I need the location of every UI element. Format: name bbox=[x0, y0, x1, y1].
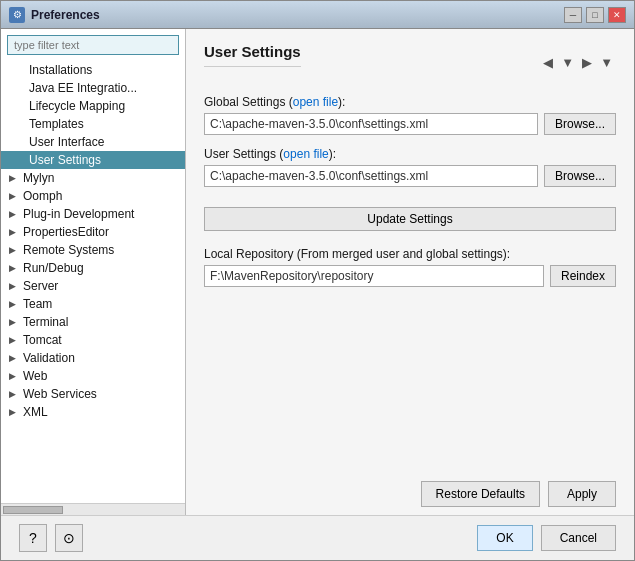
restore-defaults-button[interactable]: Restore Defaults bbox=[421, 481, 540, 507]
window-icon: ⚙ bbox=[9, 7, 25, 23]
global-settings-link[interactable]: open file bbox=[293, 95, 338, 109]
item-label: Team bbox=[23, 297, 52, 311]
arrow-icon: ▶ bbox=[9, 227, 19, 237]
sidebar-item-tomcat[interactable]: ▶ Tomcat bbox=[1, 331, 185, 349]
sidebar-item-validation[interactable]: ▶ Validation bbox=[1, 349, 185, 367]
nav-arrows: ◀ ▼ ▶ ▼ bbox=[540, 54, 616, 71]
local-repo-input[interactable] bbox=[204, 265, 544, 287]
item-label: Templates bbox=[29, 117, 84, 131]
search-input[interactable] bbox=[7, 35, 179, 55]
arrow-icon: ▶ bbox=[9, 407, 19, 417]
local-repo-label: Local Repository (From merged user and g… bbox=[204, 247, 616, 261]
cancel-button[interactable]: Cancel bbox=[541, 525, 616, 551]
user-settings-input-row: Browse... bbox=[204, 165, 616, 187]
item-label: Mylyn bbox=[23, 171, 54, 185]
item-label: Web Services bbox=[23, 387, 97, 401]
apply-button[interactable]: Apply bbox=[548, 481, 616, 507]
user-settings-input[interactable] bbox=[204, 165, 538, 187]
tree-area: Installations Java EE Integratio... Life… bbox=[1, 61, 185, 503]
update-settings-button[interactable]: Update Settings bbox=[204, 207, 616, 231]
nav-forward-button[interactable]: ▶ bbox=[579, 54, 595, 71]
sidebar-item-server[interactable]: ▶ Server bbox=[1, 277, 185, 295]
item-label: PropertiesEditor bbox=[23, 225, 109, 239]
bottom-left-buttons: ? ⊙ bbox=[19, 524, 83, 552]
arrow-icon: ▶ bbox=[9, 317, 19, 327]
preferences-window: ⚙ Preferences ─ □ ✕ Installations Java E… bbox=[0, 0, 635, 561]
sidebar-item-installations[interactable]: Installations bbox=[1, 61, 185, 79]
sidebar-item-lifecycle-mapping[interactable]: Lifecycle Mapping bbox=[1, 97, 185, 115]
arrow-icon: ▶ bbox=[9, 371, 19, 381]
item-label: Validation bbox=[23, 351, 75, 365]
sidebar-item-run-debug[interactable]: ▶ Run/Debug bbox=[1, 259, 185, 277]
page-title: User Settings bbox=[204, 43, 301, 67]
item-label: Tomcat bbox=[23, 333, 62, 347]
sidebar-scrollbar[interactable] bbox=[1, 503, 185, 515]
section-footer-buttons: Restore Defaults Apply bbox=[204, 481, 616, 507]
sidebar-item-templates[interactable]: Templates bbox=[1, 115, 185, 133]
local-repo-section: Local Repository (From merged user and g… bbox=[204, 247, 616, 287]
sidebar-item-mylyn[interactable]: ▶ Mylyn bbox=[1, 169, 185, 187]
nav-back-button[interactable]: ◀ bbox=[540, 54, 556, 71]
minimize-button[interactable]: ─ bbox=[564, 7, 582, 23]
item-label: Plug-in Development bbox=[23, 207, 134, 221]
title-buttons: ─ □ ✕ bbox=[564, 7, 626, 23]
main-panel: User Settings ◀ ▼ ▶ ▼ Global Settings (o… bbox=[186, 29, 634, 515]
arrow-icon: ▶ bbox=[9, 209, 19, 219]
user-settings-link[interactable]: open file bbox=[283, 147, 328, 161]
sidebar-item-web[interactable]: ▶ Web bbox=[1, 367, 185, 385]
item-label: Oomph bbox=[23, 189, 62, 203]
arrow-icon: ▶ bbox=[9, 299, 19, 309]
spacer bbox=[204, 299, 616, 473]
content-area: Installations Java EE Integratio... Life… bbox=[1, 29, 634, 515]
arrow-icon: ▶ bbox=[9, 245, 19, 255]
sidebar-item-terminal[interactable]: ▶ Terminal bbox=[1, 313, 185, 331]
global-settings-input[interactable] bbox=[204, 113, 538, 135]
reindex-button[interactable]: Reindex bbox=[550, 265, 616, 287]
user-settings-label: User Settings (open file): bbox=[204, 147, 616, 161]
arrow-icon: ▶ bbox=[9, 263, 19, 273]
item-label: Web bbox=[23, 369, 47, 383]
global-browse-button[interactable]: Browse... bbox=[544, 113, 616, 135]
sidebar-item-xml[interactable]: ▶ XML bbox=[1, 403, 185, 421]
link-icon: ⊙ bbox=[63, 530, 75, 546]
bottom-bar: ? ⊙ OK Cancel bbox=[1, 515, 634, 560]
item-label: User Interface bbox=[29, 135, 104, 149]
sidebar-item-team[interactable]: ▶ Team bbox=[1, 295, 185, 313]
window-title: Preferences bbox=[31, 8, 100, 22]
global-settings-section: Global Settings (open file): Browse... bbox=[204, 95, 616, 135]
item-label: Terminal bbox=[23, 315, 68, 329]
sidebar-item-properties-editor[interactable]: ▶ PropertiesEditor bbox=[1, 223, 185, 241]
sidebar-item-oomph[interactable]: ▶ Oomph bbox=[1, 187, 185, 205]
nav-dropdown-button[interactable]: ▼ bbox=[558, 54, 577, 71]
item-label: Server bbox=[23, 279, 58, 293]
arrow-icon: ▶ bbox=[9, 335, 19, 345]
arrow-icon: ▶ bbox=[9, 353, 19, 363]
user-browse-button[interactable]: Browse... bbox=[544, 165, 616, 187]
global-settings-label: Global Settings (open file): bbox=[204, 95, 616, 109]
local-repo-input-row: Reindex bbox=[204, 265, 616, 287]
item-label: XML bbox=[23, 405, 48, 419]
sidebar-item-remote-systems[interactable]: ▶ Remote Systems bbox=[1, 241, 185, 259]
arrow-icon: ▶ bbox=[9, 389, 19, 399]
scroll-thumb[interactable] bbox=[3, 506, 63, 514]
sidebar-item-java-ee-integration[interactable]: Java EE Integratio... bbox=[1, 79, 185, 97]
arrow-icon: ▶ bbox=[9, 173, 19, 183]
link-button[interactable]: ⊙ bbox=[55, 524, 83, 552]
sidebar-item-plugin-development[interactable]: ▶ Plug-in Development bbox=[1, 205, 185, 223]
maximize-button[interactable]: □ bbox=[586, 7, 604, 23]
sidebar: Installations Java EE Integratio... Life… bbox=[1, 29, 186, 515]
item-label: Installations bbox=[29, 63, 92, 77]
main-header: User Settings ◀ ▼ ▶ ▼ bbox=[204, 43, 616, 81]
item-label: Lifecycle Mapping bbox=[29, 99, 125, 113]
sidebar-item-web-services[interactable]: ▶ Web Services bbox=[1, 385, 185, 403]
nav-forward-dropdown-button[interactable]: ▼ bbox=[597, 54, 616, 71]
title-bar-left: ⚙ Preferences bbox=[9, 7, 100, 23]
ok-button[interactable]: OK bbox=[477, 525, 532, 551]
item-label: User Settings bbox=[29, 153, 101, 167]
sidebar-item-user-settings[interactable]: User Settings bbox=[1, 151, 185, 169]
close-button[interactable]: ✕ bbox=[608, 7, 626, 23]
item-label: Java EE Integratio... bbox=[29, 81, 137, 95]
item-label: Remote Systems bbox=[23, 243, 114, 257]
sidebar-item-user-interface[interactable]: User Interface bbox=[1, 133, 185, 151]
help-button[interactable]: ? bbox=[19, 524, 47, 552]
